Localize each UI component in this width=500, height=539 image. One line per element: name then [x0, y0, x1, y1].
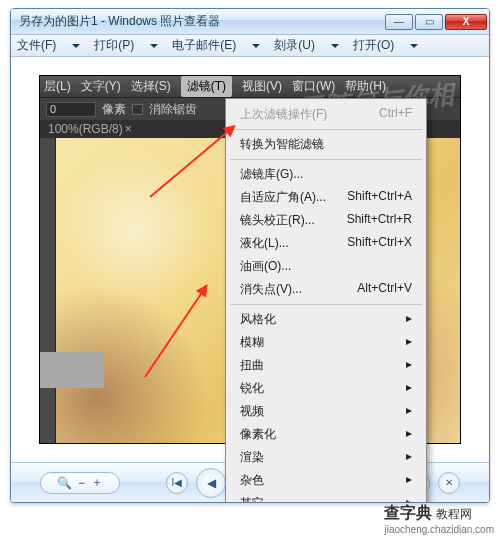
chevron-down-icon: [410, 44, 418, 48]
minimize-button[interactable]: —: [385, 14, 413, 30]
antialias-checkbox[interactable]: [132, 104, 143, 115]
vertical-ruler: [40, 138, 56, 443]
chevron-down-icon: [72, 44, 80, 48]
menu-item-noise[interactable]: 杂色▸: [226, 469, 426, 492]
ps-menubar: 层(L) 文字(Y) 选择(S) 滤镜(T) 视图(V) 窗口(W) 帮助(H): [40, 76, 460, 98]
magnifier-icon: 🔍: [57, 476, 72, 490]
tab-close-icon[interactable]: ×: [125, 122, 132, 136]
menu-item-smart-filter[interactable]: 转换为智能滤镜: [226, 133, 426, 156]
ps-menu-select[interactable]: 选择(S): [131, 78, 171, 95]
maximize-button[interactable]: ▭: [415, 14, 443, 30]
menu-item-lens-correction[interactable]: 镜头校正(R)...Shift+Ctrl+R: [226, 209, 426, 232]
zoom-out-icon[interactable]: −: [78, 476, 85, 490]
antialias-label: 消除锯齿: [149, 101, 197, 118]
viewer-menubar: 文件(F) 打印(P) 电子邮件(E) 刻录(U) 打开(O): [11, 35, 489, 57]
viewer-canvas-area: 层(L) 文字(Y) 选择(S) 滤镜(T) 视图(V) 窗口(W) 帮助(H)…: [11, 57, 489, 462]
filter-dropdown-menu: 上次滤镜操作(F)Ctrl+F 转换为智能滤镜 滤镜库(G)... 自适应广角(…: [225, 98, 427, 503]
chevron-down-icon: [150, 44, 158, 48]
ps-menu-view[interactable]: 视图(V): [242, 78, 282, 95]
menu-separator: [230, 129, 422, 130]
menu-item-video[interactable]: 视频▸: [226, 400, 426, 423]
close-button[interactable]: X: [445, 14, 487, 30]
zoom-control[interactable]: 🔍 − ＋: [40, 472, 120, 494]
pixel-label: 像素: [102, 101, 126, 118]
menu-item-last-filter[interactable]: 上次滤镜操作(F)Ctrl+F: [226, 103, 426, 126]
menu-item-pixelate[interactable]: 像素化▸: [226, 423, 426, 446]
ps-menu-help[interactable]: 帮助(H): [345, 78, 386, 95]
ps-menu-layer[interactable]: 层(L): [44, 78, 71, 95]
menu-item-filter-gallery[interactable]: 滤镜库(G)...: [226, 163, 426, 186]
photoshop-window: 层(L) 文字(Y) 选择(S) 滤镜(T) 视图(V) 窗口(W) 帮助(H)…: [39, 75, 461, 444]
menu-item-other[interactable]: 其它▸: [226, 492, 426, 503]
menu-file[interactable]: 文件(F): [17, 37, 80, 54]
chevron-down-icon: [331, 44, 339, 48]
menu-separator: [230, 304, 422, 305]
menu-open[interactable]: 打开(O): [353, 37, 418, 54]
menu-print[interactable]: 打印(P): [94, 37, 158, 54]
menu-item-distort[interactable]: 扭曲▸: [226, 354, 426, 377]
window-titlebar[interactable]: 另存为的图片1 - Windows 照片查看器 — ▭ X: [11, 9, 489, 35]
menu-item-stylize[interactable]: 风格化▸: [226, 308, 426, 331]
window-title: 另存为的图片1 - Windows 照片查看器: [19, 13, 383, 30]
menu-item-vanishing-point[interactable]: 消失点(V)...Alt+Ctrl+V: [226, 278, 426, 301]
menu-item-liquify[interactable]: 液化(L)...Shift+Ctrl+X: [226, 232, 426, 255]
menu-separator: [230, 159, 422, 160]
menu-email[interactable]: 电子邮件(E): [172, 37, 260, 54]
site-watermark: 查字典 教程网 jiaocheng.chazidian.com: [384, 503, 494, 535]
menu-item-adaptive-wide[interactable]: 自适应广角(A)...Shift+Ctrl+A: [226, 186, 426, 209]
previous-image-button[interactable]: ◀: [196, 468, 226, 498]
menu-item-render[interactable]: 渲染▸: [226, 446, 426, 469]
delete-button[interactable]: ✕: [438, 472, 460, 494]
document-tab[interactable]: 100%(RGB/8)×: [48, 122, 132, 136]
ps-menu-window[interactable]: 窗口(W): [292, 78, 335, 95]
menu-burn[interactable]: 刻录(U): [274, 37, 339, 54]
zoom-in-icon[interactable]: ＋: [91, 474, 103, 491]
gray-overlay-rect: [40, 352, 104, 388]
ps-menu-filter[interactable]: 滤镜(T): [181, 76, 232, 97]
prev-button[interactable]: I◀: [166, 472, 188, 494]
chevron-down-icon: [252, 44, 260, 48]
pixel-input[interactable]: [46, 102, 96, 117]
ps-menu-text[interactable]: 文字(Y): [81, 78, 121, 95]
menu-item-oil-paint[interactable]: 油画(O)...: [226, 255, 426, 278]
photo-viewer-window: 另存为的图片1 - Windows 照片查看器 — ▭ X 文件(F) 打印(P…: [10, 8, 490, 503]
menu-item-sharpen[interactable]: 锐化▸: [226, 377, 426, 400]
menu-item-blur[interactable]: 模糊▸: [226, 331, 426, 354]
